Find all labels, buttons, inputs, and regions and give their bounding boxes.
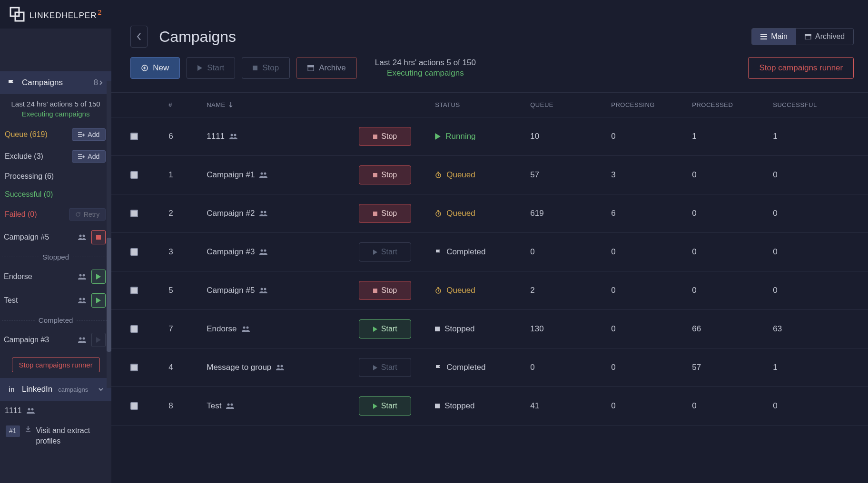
row-start-button[interactable]: Start [359,358,411,377]
people-icon [226,403,235,409]
sidebar: LINKEDHELPER2 Campaigns 8 Last 24 hrs' a… [0,0,111,483]
svg-point-43 [227,404,230,406]
row-processing: 0 [611,324,692,334]
archive-button[interactable]: Archive [296,57,357,79]
sidebar-account[interactable]: 1111 [0,401,111,421]
table-header: # NAME STATUS QUEUE PROCESSING PROCESSED… [111,92,868,117]
retry-button[interactable]: Retry [69,208,106,221]
th-status[interactable]: STATUS [435,101,530,108]
row-stop-button[interactable]: Stop [359,165,411,184]
stop-button[interactable]: Stop [242,57,290,79]
stop-runner-button[interactable]: Stop campaigns runner [748,57,854,79]
row-successful: 0 [773,286,854,295]
row-name[interactable]: 1111 [207,132,359,141]
svg-rect-15 [805,34,811,36]
exclude-add-button[interactable]: Add [72,150,106,163]
row-status: Completed [435,363,530,372]
row-queue: 619 [530,209,611,218]
queued-icon [435,287,442,294]
task-badge: #1 [6,425,20,437]
successful-label: Successful (0) [5,190,106,199]
campaign-play-button[interactable] [91,293,106,308]
th-processed[interactable]: PROCESSED [692,101,773,108]
sidebar-nav-campaigns[interactable]: Campaigns 8 [0,71,111,94]
new-button[interactable]: New [130,57,180,79]
row-name[interactable]: Campaign #1 [207,170,359,180]
row-checkbox[interactable] [130,248,138,256]
svg-rect-36 [373,289,377,293]
row-num: 6 [168,132,207,141]
logo-icon [10,7,25,22]
table-row: 4Message to groupStartCompleted00571 [111,348,868,387]
svg-point-39 [246,327,248,329]
row-checkbox[interactable] [130,287,138,294]
row-name[interactable]: Endorse [207,324,359,334]
sidebar-stop-runner-button[interactable]: Stop campaigns runner [12,357,100,372]
sidebar-stopped-campaign[interactable]: Test [0,289,111,312]
th-name[interactable]: NAME [207,101,359,108]
completed-icon [435,249,442,255]
row-checkbox[interactable] [130,325,138,333]
row-name[interactable]: Message to group [207,363,359,372]
sidebar-task[interactable]: #1 Visit and extract profiles [0,421,111,452]
sidebar-exclude[interactable]: Exclude (3) Add [0,145,111,167]
row-stop-button[interactable]: Stop [359,127,411,146]
row-start-button[interactable]: Start [359,242,411,261]
sidebar-processing[interactable]: Processing (6) [0,167,111,185]
row-processed: 0 [692,247,773,257]
svg-point-5 [79,274,82,277]
svg-rect-19 [307,65,314,67]
svg-point-14 [31,408,33,411]
row-queue: 10 [530,132,611,141]
campaign-play-button[interactable] [91,270,106,284]
tab-main[interactable]: Main [752,29,796,45]
queued-icon [435,210,442,217]
th-successful[interactable]: SUCCESSFUL [773,101,854,108]
svg-point-10 [83,338,85,340]
sidebar-failed[interactable]: Failed (0) Retry [0,203,111,225]
svg-point-8 [83,298,85,300]
queue-add-button[interactable]: Add [72,128,106,141]
sidebar-active-campaign[interactable]: Campaign #5 [0,225,111,249]
row-start-button[interactable]: Start [359,396,411,415]
row-stop-button[interactable]: Stop [359,204,411,223]
chevron-down-icon [98,386,104,392]
sidebar-completed-campaign[interactable]: Campaign #3 [0,328,111,352]
svg-point-21 [231,134,233,136]
campaign-stop-button[interactable] [91,230,106,244]
sidebar-successful[interactable]: Successful (0) [0,185,111,203]
svg-point-29 [264,211,266,213]
svg-point-38 [243,327,245,329]
sidebar-stopped-campaign[interactable]: Endorse [0,265,111,289]
scrollbar-thumb[interactable] [107,238,111,352]
row-checkbox[interactable] [130,402,138,410]
main-header: Campaigns Main Archived [111,0,868,57]
row-status: Queued [435,209,530,218]
row-checkbox[interactable] [130,133,138,140]
th-processing[interactable]: PROCESSING [611,101,692,108]
th-queue[interactable]: QUEUE [530,101,611,108]
row-name[interactable]: Campaign #2 [207,209,359,218]
row-processed: 1 [692,132,773,141]
sidebar-linkedin[interactable]: in LinkedIn campaigns [0,378,111,401]
row-checkbox[interactable] [130,171,138,179]
sidebar-queue[interactable]: Queue (619) Add [0,124,111,145]
row-checkbox[interactable] [130,210,138,217]
row-name[interactable]: Campaign #3 [207,247,359,257]
row-stop-button[interactable]: Stop [359,281,411,300]
scrollbar[interactable] [107,81,111,388]
row-name[interactable]: Campaign #5 [207,286,359,295]
start-button[interactable]: Start [187,57,235,79]
row-start-button[interactable]: Start [359,319,411,338]
row-processing: 3 [611,170,692,180]
tab-archived[interactable]: Archived [796,29,853,45]
row-name[interactable]: Test [207,401,359,411]
table-row: 61111StopRunning10011 [111,117,868,156]
row-status: Queued [435,286,530,295]
row-status: Stopped [435,401,530,411]
th-num[interactable]: # [168,101,207,108]
campaign-play-button[interactable] [91,333,106,347]
row-checkbox[interactable] [130,364,138,371]
back-button[interactable] [130,26,148,48]
people-icon [259,172,268,178]
